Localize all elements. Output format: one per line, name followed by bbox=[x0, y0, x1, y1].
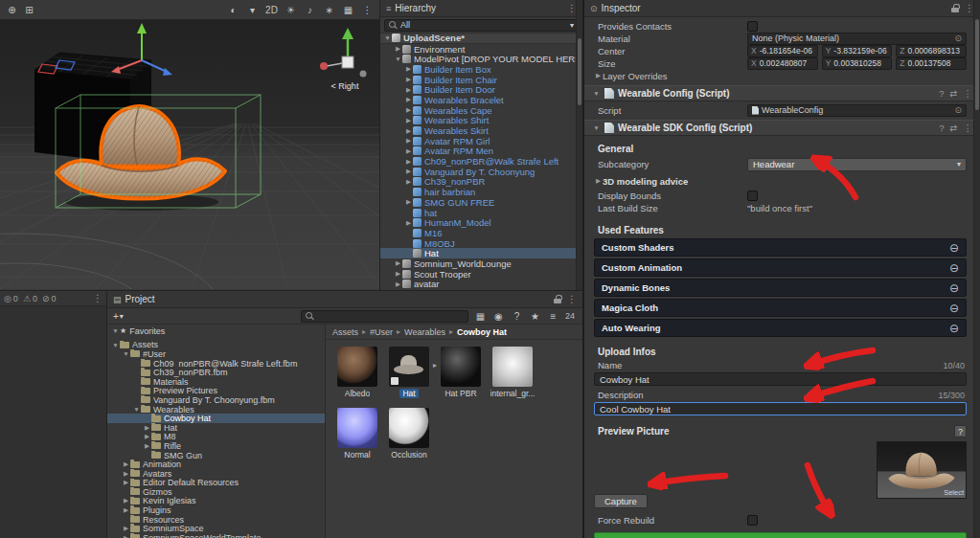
expand-arrow-icon[interactable]: ▶ bbox=[143, 442, 151, 450]
view-tool-icon[interactable]: ⊕ bbox=[6, 3, 18, 17]
shading-caret-icon[interactable]: ▾ bbox=[246, 3, 259, 17]
project-folder-plugins[interactable]: ▶Plugins bbox=[107, 505, 325, 515]
capture-button[interactable]: Capture bbox=[594, 494, 648, 508]
feature-custom-shaders[interactable]: Custom Shaders⊖ bbox=[594, 238, 967, 257]
panel-menu-icon[interactable]: ⋮ bbox=[567, 294, 577, 304]
hierarchy-item-wearables-cape[interactable]: ▶Wearables Cape bbox=[380, 105, 582, 116]
feature-toggle-icon[interactable]: ⊖ bbox=[949, 282, 959, 294]
asset-internal-gr[interactable]: internal_gr... bbox=[490, 347, 535, 398]
sub-asset-expander-icon[interactable]: ▸ bbox=[433, 361, 437, 370]
console-errors-toggle[interactable]: ⊘0 bbox=[42, 294, 57, 303]
expand-arrow-icon[interactable]: ▶ bbox=[122, 479, 130, 486]
project-folder-vanguard-by-t-choonyung-fbm[interactable]: Vanguard By T. Choonyung.fbm bbox=[107, 395, 325, 405]
hierarchy-item-hat[interactable]: hat bbox=[380, 208, 582, 218]
project-folder-favorites[interactable]: ▼★Favorites bbox=[107, 326, 325, 336]
preview-picture[interactable]: Select bbox=[877, 441, 967, 499]
project-folder-ch09-nonpbr-walk-strafe-left-fbm[interactable]: Ch09_nonPBR@Walk Strafe Left.fbm bbox=[107, 359, 325, 369]
hierarchy-item-vanguard-by-t-choonyung[interactable]: ▶Vanguard By T. Choonyung bbox=[380, 167, 582, 177]
asset-hat-pbr[interactable]: Hat PBR bbox=[439, 347, 483, 398]
expand-arrow-icon[interactable]: ▼ bbox=[383, 34, 392, 41]
project-folder-wearables[interactable]: ▼Wearables bbox=[107, 405, 325, 415]
project-folder-editor-default-resources[interactable]: ▶Editor Default Resources bbox=[107, 479, 325, 488]
expand-arrow-icon[interactable]: ▼ bbox=[132, 406, 141, 413]
expand-arrow-icon[interactable]: ▶ bbox=[404, 117, 413, 124]
feature-toggle-icon[interactable]: ⊖ bbox=[949, 262, 959, 274]
audio-toggle-icon[interactable]: ♪ bbox=[304, 3, 316, 17]
project-folder-somniumspace[interactable]: ▶SomniumSpace bbox=[107, 524, 325, 533]
expand-arrow-icon[interactable]: ▼ bbox=[111, 327, 120, 334]
search-filter-caret-icon[interactable]: ▾ bbox=[570, 21, 574, 30]
expand-arrow-icon[interactable]: ▶ bbox=[122, 525, 130, 532]
scene-orientation-gizmo[interactable]: < Right bbox=[314, 24, 376, 91]
project-search-field[interactable] bbox=[301, 310, 468, 323]
preview-help-button[interactable]: ? bbox=[954, 425, 967, 437]
project-folder-somniumspaceworldtemplate[interactable]: ▶SomniumSpaceWorldTemplate bbox=[107, 533, 325, 538]
wearable-sdk-config-component-header[interactable]: ▼ Wearable SDK Config (Script) ? ⇄ ⋮ bbox=[584, 120, 980, 136]
expand-arrow-icon[interactable]: ▶ bbox=[394, 280, 402, 288]
hierarchy-item-scout-trooper[interactable]: ▶Scout Trooper bbox=[380, 269, 582, 280]
expand-arrow-icon[interactable]: ▶ bbox=[404, 198, 413, 206]
hierarchy-item-m8obj[interactable]: M8OBJ bbox=[380, 238, 582, 249]
label-filter-icon[interactable]: ◉ bbox=[492, 309, 505, 324]
hierarchy-scrollbar[interactable] bbox=[576, 0, 582, 290]
hierarchy-item-hat[interactable]: Hat bbox=[380, 248, 582, 258]
breadcrumb-item-wearables[interactable]: Wearables bbox=[404, 327, 445, 337]
size-y-field[interactable]: Y0.003810258 bbox=[822, 57, 893, 70]
hierarchy-item-smg-gun-free[interactable]: ▶SMG GUN FREE bbox=[380, 197, 582, 208]
hierarchy-item-ch09-nonpbr-walk-strafe-left[interactable]: ▶Ch09_nonPBR@Walk Strafe Left bbox=[380, 156, 582, 167]
project-folder-rifle[interactable]: ▶Rifle bbox=[107, 441, 325, 451]
description-input[interactable]: Cool Cowboy Hat bbox=[594, 402, 967, 415]
hierarchy-item-uploadscene[interactable]: ▼UploadScene* bbox=[380, 34, 582, 44]
expand-arrow-icon[interactable]: ▶ bbox=[404, 137, 413, 145]
lighting-toggle-icon[interactable]: ☀ bbox=[285, 3, 297, 17]
foldout-closed-icon[interactable]: ▶ bbox=[594, 177, 603, 185]
grid-snap-icon[interactable]: ⊞ bbox=[23, 3, 35, 17]
subcategory-dropdown[interactable]: Headwear ▾ bbox=[747, 158, 967, 171]
hierarchy-item-builder-item-door[interactable]: ▶Builder Item Door bbox=[380, 84, 582, 95]
panel-menu-icon[interactable]: ⋮ bbox=[93, 293, 103, 303]
hierarchy-item-somnium-worldlounge[interactable]: ▶Somnium_WorldLounge bbox=[380, 258, 582, 269]
hierarchy-item-wearables-shirt[interactable]: ▶Wearables Shirt bbox=[380, 116, 582, 126]
hierarchy-item-builder-item-box[interactable]: ▶Builder Item Box bbox=[380, 64, 582, 75]
hierarchy-item-avatar[interactable]: ▶avatar bbox=[380, 280, 582, 290]
console-messages-toggle[interactable]: ◎0 bbox=[4, 294, 18, 303]
expand-arrow-icon[interactable]: ▶ bbox=[143, 424, 151, 432]
expand-arrow-icon[interactable]: ▶ bbox=[404, 76, 413, 83]
hierarchy-item-modelpivot-drop-your-model-here[interactable]: ▼ModelPivot [DROP YOUR MODEL HERE] bbox=[380, 54, 582, 64]
expand-arrow-icon[interactable]: ▶ bbox=[394, 45, 402, 53]
preview-select-label[interactable]: Select bbox=[944, 488, 964, 497]
material-field[interactable]: None (Physic Material) ⊙ bbox=[747, 33, 967, 45]
project-folder-assets[interactable]: ▼Assets bbox=[107, 341, 325, 350]
display-bounds-checkbox[interactable] bbox=[747, 191, 758, 201]
expand-arrow-icon[interactable]: ▶ bbox=[394, 270, 402, 278]
expand-arrow-icon[interactable]: ▶ bbox=[404, 86, 413, 94]
effects-toggle-icon[interactable]: ∗ bbox=[323, 3, 335, 17]
saved-search-icon[interactable]: ★ bbox=[529, 309, 541, 324]
expand-arrow-icon[interactable]: ▶ bbox=[404, 65, 413, 73]
project-folder-m8[interactable]: ▶M8 bbox=[107, 433, 325, 442]
modeling-advice-foldout[interactable]: ▶ 3D modeling advice bbox=[594, 175, 967, 187]
feature-dynamic-bones[interactable]: Dynamic Bones⊖ bbox=[594, 279, 967, 297]
foldout-open-icon[interactable]: ▼ bbox=[592, 90, 601, 97]
feature-custom-animation[interactable]: Custom Animation⊖ bbox=[594, 258, 967, 277]
project-folder-smg-gun[interactable]: SMG Gun bbox=[107, 451, 325, 460]
feature-magica-cloth[interactable]: Magica Cloth⊖ bbox=[594, 299, 967, 317]
expand-arrow-icon[interactable]: ▶ bbox=[404, 219, 413, 227]
menu-icon[interactable]: ⋮ bbox=[964, 123, 973, 133]
center-x-field[interactable]: X-6.181654e-06 bbox=[747, 45, 818, 57]
project-folder-materials[interactable]: Materials bbox=[107, 377, 325, 387]
expand-arrow-icon[interactable]: ▶ bbox=[122, 460, 130, 468]
expand-arrow-icon[interactable]: ▶ bbox=[404, 127, 413, 135]
expand-arrow-icon[interactable]: ▼ bbox=[111, 342, 120, 348]
hierarchy-item-avatar-rpm-girl[interactable]: ▶Avatar RPM Girl bbox=[380, 136, 582, 146]
wearable-config-component-header[interactable]: ▼ Wearable Config (Script) ? ⇄ ⋮ bbox=[584, 85, 980, 101]
provides-contacts-checkbox[interactable] bbox=[747, 21, 758, 32]
type-filter-icon[interactable]: ▦ bbox=[474, 309, 487, 324]
help-icon[interactable]: ? bbox=[511, 309, 523, 324]
menu-icon[interactable]: ⋮ bbox=[964, 88, 973, 99]
force-rebuild-checkbox[interactable] bbox=[747, 515, 758, 526]
asset-occlusion[interactable]: Occlusion bbox=[387, 408, 431, 460]
script-field[interactable]: WearableConfig ⊙ bbox=[747, 104, 967, 117]
help-icon[interactable]: ? bbox=[939, 123, 944, 133]
shading-mode-icon[interactable]: ◐ bbox=[227, 3, 239, 17]
